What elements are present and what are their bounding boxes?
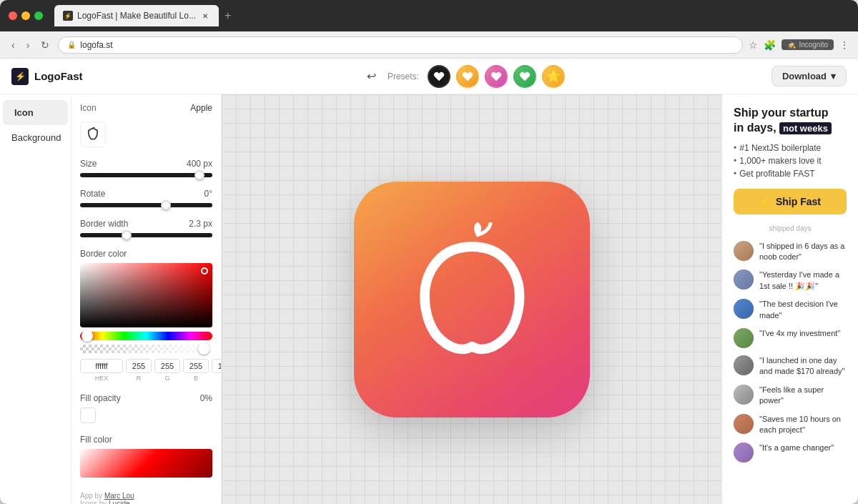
rotate-slider-thumb[interactable] [161,200,171,210]
border-width-control: Border width 2.3 px [80,219,212,237]
sidebar-item-background[interactable]: Background [0,125,71,150]
a-input-group: A [212,359,222,382]
alpha-slider[interactable] [80,345,212,353]
icon-selector[interactable] [80,122,106,147]
border-width-slider[interactable] [80,233,212,237]
preset-orange[interactable] [456,65,479,88]
new-tab-button[interactable]: + [222,6,234,25]
minimize-button[interactable] [21,11,30,20]
border-width-slider-thumb[interactable] [122,230,132,240]
b-label: B [194,375,198,382]
app-header: ⚡ LogoFast ↩ Presets: [0,59,858,94]
r-input-group: R [126,359,152,382]
tab-bar: ⚡ LogoFast | Make Beautiful Lo... ✕ + [54,5,815,26]
rotate-slider[interactable] [80,203,212,207]
controls-panel: Icon Apple Size [72,94,222,504]
traffic-lights [9,11,43,20]
testimonial-2: "Yesterday I've made a 1st sale !! 🎉🎉" [734,270,847,292]
b-input-group: B [183,359,209,382]
b-input[interactable] [183,359,209,373]
avatar-6 [734,385,754,405]
fill-opacity-control: Fill opacity 0% [80,393,212,423]
nav-icons: ☆ 🧩 🕵 Incognito ⋮ [749,39,849,51]
panel-footer: App by Marc Lou Icons by Lucide [80,492,212,504]
ship-fast-button[interactable]: ⚡ Ship Fast [734,189,847,214]
hex-label: HEX [95,375,109,382]
url-bar[interactable]: 🔒 logofa.st [58,36,743,54]
marc-lou-link[interactable]: Marc Lou [104,492,134,500]
url-text: logofa.st [80,40,112,50]
testimonial-text-2: "Yesterday I've made a 1st sale !! 🎉🎉" [759,270,847,292]
avatar-1 [734,241,754,261]
ship-icon: ⚡ [759,196,771,207]
apple-preset-icon [433,71,445,82]
fill-color-preview[interactable] [80,449,212,478]
size-slider[interactable] [80,173,212,177]
undo-button[interactable]: ↩ [361,66,382,86]
presets-label: Presets: [388,71,419,81]
size-label-row: Size 400 px [80,159,212,169]
app-body: Icon Background Icon Apple [0,94,858,504]
back-button[interactable]: ‹ [9,36,18,54]
testimonials-list: "I shipped in 6 days as a noob coder" "Y… [734,241,847,463]
size-slider-thumb[interactable] [194,170,204,180]
color-inputs: ffffff HEX R G [80,359,212,382]
preset-star[interactable]: ⭐ [542,65,565,88]
apple-preset-green-icon [519,71,531,82]
logo-text: LogoFast [34,70,83,82]
star-preset-icon: ⭐ [546,69,561,83]
active-tab[interactable]: ⚡ LogoFast | Make Beautiful Lo... ✕ [54,5,219,26]
r-label: R [137,375,142,382]
color-picker-gradient[interactable] [80,263,212,327]
menu-icon[interactable]: ⋮ [839,39,849,51]
alpha-slider-thumb[interactable] [198,343,209,355]
chevron-down-icon: ▾ [831,71,836,81]
hue-slider[interactable] [80,332,212,340]
fill-opacity-swatch[interactable] [80,407,96,423]
lucide-link[interactable]: Lucide [109,500,129,504]
g-input[interactable] [154,359,180,373]
extensions-icon[interactable]: 🧩 [764,39,776,51]
hue-slider-thumb[interactable] [82,330,93,342]
download-label: Download [782,71,827,81]
tab-close-button[interactable]: ✕ [200,11,210,21]
promo-bullet-1: #1 NextJS boilerplate [734,142,847,154]
size-control: Size 400 px [80,159,212,177]
testimonial-text-7: "Saves me 10 hours on each project" [759,414,847,436]
g-input-group: G [154,359,180,382]
testimonial-text-4: "I've 4x my investment" [759,328,840,339]
panel-header: Icon Apple [80,103,212,113]
title-bar: ⚡ LogoFast | Make Beautiful Lo... ✕ + [0,0,858,31]
canvas-area [222,94,722,504]
apple-preset-orange-icon [462,71,473,82]
maximize-button[interactable] [34,11,43,20]
preset-green[interactable] [513,65,536,88]
sidebar: Icon Background [0,94,72,504]
testimonial-1: "I shipped in 6 days as a noob coder" [734,241,847,263]
size-label: Size [80,159,97,169]
a-input[interactable] [212,359,222,373]
testimonial-5: "I launched in one day and made $170 alr… [734,355,847,377]
full-layout: ⚡ LogoFast ↩ Presets: [0,59,858,504]
download-button[interactable]: Download ▾ [771,66,847,87]
icon-section-label: Icon [80,103,97,113]
forward-button[interactable]: › [24,36,33,54]
logo-canvas[interactable] [354,182,590,417]
r-input[interactable] [126,359,152,373]
logo-background [354,182,590,417]
hex-input[interactable]: ffffff [80,359,123,373]
close-button[interactable] [9,11,17,20]
border-color-control: Border color [80,249,212,382]
sidebar-item-icon[interactable]: Icon [3,100,68,125]
g-label: G [164,375,169,382]
shipped-days-text: shipped days [734,224,847,232]
border-color-label: Border color [80,249,127,259]
bookmark-icon[interactable]: ☆ [749,39,758,51]
color-picker-cursor[interactable] [201,267,208,275]
reload-button[interactable]: ↻ [38,36,52,54]
nav-bar: ‹ › ↻ 🔒 logofa.st ☆ 🧩 🕵 Incognito ⋮ [0,31,858,59]
avatar-2 [734,270,754,290]
preset-black[interactable] [428,65,450,88]
testimonial-text-8: "It's a game changer" [759,443,834,453]
preset-pink[interactable] [485,65,508,88]
